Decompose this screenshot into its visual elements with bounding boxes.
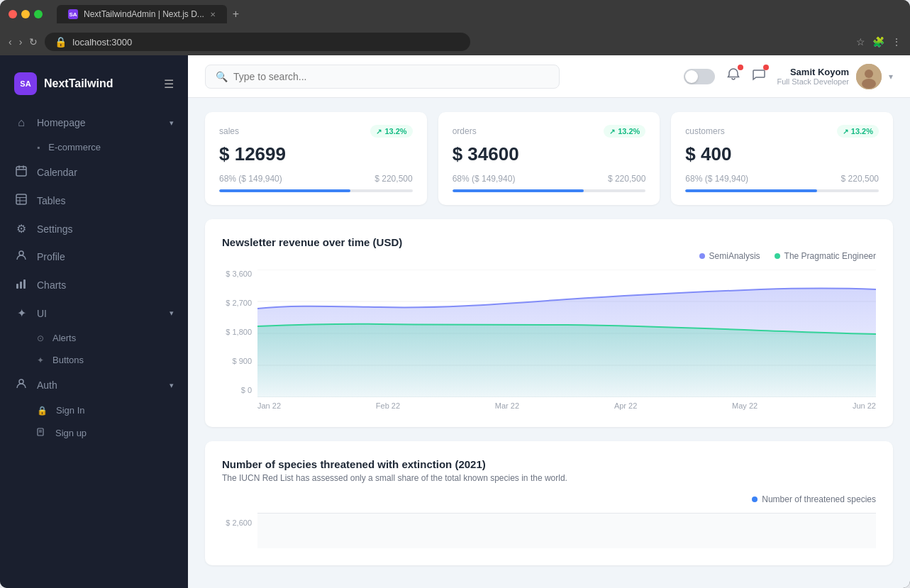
legend-item-semi: SemiAnalysis <box>699 251 760 261</box>
search-icon: 🔍 <box>216 71 228 82</box>
sidebar-item-signup[interactable]: Sign up <box>0 421 188 445</box>
notification-badge <box>738 65 743 70</box>
sidebar: SA NextTailwind ☰ ⌂ Homepage ▾ ▪ E-comme… <box>0 55 188 588</box>
sidebar-item-ui[interactable]: ✦ UI ▾ <box>0 299 188 327</box>
search-bar[interactable]: 🔍 <box>205 65 560 89</box>
address-text: localhost:3000 <box>72 37 132 48</box>
lock-icon: 🔒 <box>37 406 48 416</box>
y-label: $ 1,800 <box>222 328 252 336</box>
chart-card-species: Number of species threatened with extinc… <box>205 441 893 565</box>
stat-label: orders <box>453 126 477 136</box>
stat-label: sales <box>219 126 239 136</box>
signup-icon <box>37 427 47 439</box>
browser-toolbar: ‹ › ↻ 🔒 localhost:3000 ☆ 🧩 ⋮ <box>0 28 910 55</box>
y-label: $ 3,600 <box>222 270 252 278</box>
stat-footer: 68% ($ 149,940) $ 220,500 <box>219 174 413 184</box>
sidebar-item-calendar[interactable]: Calendar <box>0 158 188 187</box>
sidebar-item-profile[interactable]: Profile <box>0 243 188 271</box>
sidebar-item-label: Profile <box>37 251 65 262</box>
chart2-wrapper: $ 2,600 <box>222 513 876 548</box>
stat-footer-right: $ 220,500 <box>374 174 412 184</box>
user-role: Full Stack Developer <box>777 77 850 86</box>
trend-up-icon: ↗ <box>376 128 382 135</box>
header-actions: Samit Koyom Full Stack Developer ▾ <box>684 64 894 89</box>
browser-tab[interactable]: SA NextTailwindAdmin | Next.js D... ✕ <box>57 5 227 23</box>
svg-point-8 <box>19 251 23 255</box>
user-avatar <box>856 64 882 89</box>
maximize-button[interactable] <box>34 10 43 18</box>
user-name: Samit Koyom <box>777 67 850 77</box>
logo-text: NextTailwind <box>44 77 113 90</box>
close-button[interactable] <box>9 10 17 18</box>
new-tab-button[interactable]: + <box>233 8 239 21</box>
sidebar-item-buttons[interactable]: ✦ Buttons <box>0 349 188 371</box>
legend-dot <box>699 253 705 259</box>
extensions-icon[interactable]: 🧩 <box>872 36 884 48</box>
sidebar-item-auth[interactable]: Auth ▾ <box>0 371 188 399</box>
chart-title-species: Number of species threatened with extinc… <box>222 458 876 470</box>
svg-point-18 <box>862 79 876 89</box>
chart2-y-axis: $ 2,600 <box>222 513 257 548</box>
stat-card-sales: sales ↗ 13.2% $ 12699 68% ($ 149,940) $ … <box>205 112 427 205</box>
svg-rect-9 <box>16 284 18 289</box>
chart2-body <box>257 513 876 548</box>
x-label: Jun 22 <box>853 401 876 410</box>
sidebar-item-label: Tables <box>37 195 65 206</box>
sidebar-item-label: UI <box>37 308 47 319</box>
chart-legend: SemiAnalysis The Pragmatic Engineer <box>222 251 876 261</box>
bookmark-icon[interactable]: ☆ <box>856 36 865 48</box>
y-label: $ 2,700 <box>222 299 252 307</box>
svg-point-12 <box>19 379 23 384</box>
address-bar[interactable]: 🔒 localhost:3000 <box>45 33 470 51</box>
badge-value: 13.2% <box>384 127 406 135</box>
page-content: sales ↗ 13.2% $ 12699 68% ($ 149,940) $ … <box>188 98 910 588</box>
stat-value: $ 34600 <box>453 143 646 165</box>
stat-progress-fill <box>453 189 584 192</box>
stat-footer-left: 68% ($ 149,940) <box>219 174 282 184</box>
messages-button[interactable] <box>752 67 766 85</box>
hamburger-icon[interactable]: ☰ <box>164 77 174 91</box>
stat-card-header: customers ↗ 13.2% <box>685 125 879 138</box>
stat-footer: 68% ($ 149,940) $ 220,500 <box>453 174 646 184</box>
user-info[interactable]: Samit Koyom Full Stack Developer ▾ <box>777 64 894 89</box>
charts-icon <box>14 278 28 292</box>
buttons-icon: ✦ <box>37 355 44 365</box>
minimize-button[interactable] <box>21 10 30 18</box>
sidebar-item-label: Sign up <box>55 428 87 438</box>
stat-badge: ↗ 13.2% <box>604 125 645 138</box>
stat-card-header: sales ↗ 13.2% <box>219 125 413 138</box>
trend-up-icon: ↗ <box>609 128 615 135</box>
sidebar-item-alerts[interactable]: ⊙ Alerts <box>0 327 188 349</box>
browser-titlebar: SA NextTailwindAdmin | Next.js D... ✕ + <box>0 0 910 28</box>
chart-x-axis: Jan 22 Feb 22 Mar 22 Apr 22 May 22 Jun 2… <box>257 397 876 410</box>
back-button[interactable]: ‹ <box>9 36 12 48</box>
main-content: 🔍 <box>188 55 910 588</box>
stat-card-orders: orders ↗ 13.2% $ 34600 68% ($ 149,940) $… <box>438 112 660 205</box>
ecommerce-icon: ▪ <box>37 143 40 152</box>
sidebar-item-tables[interactable]: Tables <box>0 187 188 215</box>
sidebar-item-signin[interactable]: 🔒 Sign In <box>0 399 188 421</box>
sidebar-item-label: Homepage <box>37 117 86 128</box>
trend-up-icon: ↗ <box>843 128 848 135</box>
sidebar-item-charts[interactable]: Charts <box>0 271 188 299</box>
theme-toggle[interactable] <box>684 69 715 84</box>
sidebar-item-label: Settings <box>37 223 73 235</box>
sidebar-item-settings[interactable]: ⚙ Settings <box>0 215 188 243</box>
stat-progress-bar <box>219 189 413 192</box>
search-input[interactable] <box>233 71 549 82</box>
legend-label: The Pragmatic Engineer <box>784 251 876 261</box>
toggle-knob <box>685 70 698 83</box>
sidebar-item-label: Calendar <box>37 167 77 178</box>
reload-button[interactable]: ↻ <box>29 36 38 48</box>
sidebar-item-homepage[interactable]: ⌂ Homepage ▾ <box>0 109 188 136</box>
logo-avatar: SA <box>14 72 37 95</box>
settings-icon: ⚙ <box>14 222 28 235</box>
stat-progress-bar <box>685 189 879 192</box>
sidebar-item-ecommerce[interactable]: ▪ E-commerce <box>0 136 188 158</box>
message-badge <box>763 65 769 70</box>
more-icon[interactable]: ⋮ <box>892 36 901 48</box>
forward-button[interactable]: › <box>19 36 23 48</box>
svg-rect-11 <box>23 279 26 289</box>
tab-close-icon[interactable]: ✕ <box>210 11 216 18</box>
notifications-button[interactable] <box>726 67 740 85</box>
